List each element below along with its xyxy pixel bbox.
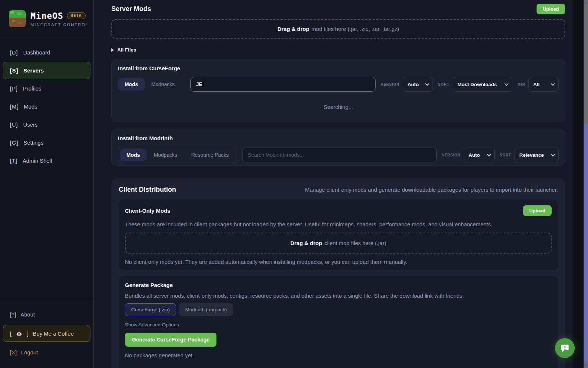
curseforge-version-select[interactable]: Auto (403, 77, 433, 92)
client-only-mods-title: Client-Only Mods (125, 208, 170, 214)
dropzone-bold-text: Drag & drop (277, 26, 309, 32)
nav-bracket: [?] (10, 311, 16, 318)
nav-bracket: [T] (10, 158, 18, 164)
modrinth-version-select[interactable]: Auto (464, 148, 495, 162)
generate-package-card: Generate Package Bundles all server mods… (119, 276, 558, 368)
curseforge-title: Install from CurseForge (118, 65, 559, 71)
nav-label: Mods (24, 103, 37, 110)
sidebar-item-mods[interactable]: [M] Mods (3, 98, 90, 115)
chevron-down-icon (551, 82, 555, 86)
nav-bracket: [G] (10, 139, 18, 146)
client-only-empty-state: No client-only mods yet. They are added … (125, 259, 552, 265)
dropzone-bold-text: Drag & drop (290, 240, 322, 246)
sort-label: SORT (438, 82, 449, 86)
nav-label: Profiles (23, 85, 41, 92)
main-content: Server Mods Upload Drag & drop mod files… (94, 0, 573, 368)
sidebar-item-buy-me-a-coffee[interactable]: [ ] Buy Me a Coffee (3, 325, 90, 342)
client-only-mods-card: Client-Only Mods Upload These mods are i… (119, 199, 558, 270)
all-files-toggle[interactable]: All Files (111, 47, 565, 53)
tab-curseforge-modpacks[interactable]: Modpacks (145, 78, 182, 91)
client-distribution-subtitle: Manage client-only mods and generate dow… (305, 187, 558, 193)
scroll-up-icon[interactable] (584, 1, 587, 4)
tab-curseforge-mods[interactable]: Mods (118, 78, 145, 91)
app-window: MineOS BETA MINECRAFT CONTROL [D] Dashbo… (0, 0, 588, 368)
tab-modrinth-resource-packs[interactable]: Resource Packs (184, 149, 235, 161)
modrinth-sort-select[interactable]: Relevance (514, 148, 559, 162)
nav-label: Servers (24, 67, 44, 74)
sidebar-nav: [D] Dashboard [S] Servers [P] Profiles [… (0, 37, 93, 169)
chat-icon (560, 343, 570, 353)
sidebar: MineOS BETA MINECRAFT CONTROL [D] Dashbo… (0, 0, 94, 368)
page-edge-band (573, 0, 584, 368)
nav-label: Logout (21, 349, 38, 355)
nav-bracket: [U] (10, 121, 18, 128)
scroll-down-icon[interactable] (584, 364, 587, 367)
curseforge-sort-select[interactable]: Most Downloads (453, 77, 512, 92)
client-upload-button[interactable]: Upload (523, 205, 552, 216)
chevron-down-icon (505, 82, 509, 86)
format-modrinth-button[interactable]: Modrinth (.mrpack) (179, 303, 233, 316)
tab-modrinth-mods[interactable]: Mods (120, 149, 147, 161)
caret-right-icon (111, 48, 114, 52)
curseforge-search-input[interactable]: JE (190, 77, 376, 92)
format-curseforge-button[interactable]: CurseForge (.zip) (125, 303, 176, 316)
select-value: Auto (408, 82, 419, 87)
sidebar-item-servers[interactable]: [S] Servers (3, 62, 90, 79)
chevron-down-icon (425, 82, 429, 86)
select-value: Auto (469, 152, 480, 158)
version-label: VERSION (381, 82, 399, 86)
scrollbar[interactable] (584, 0, 588, 368)
app-title: MineOS (31, 11, 63, 21)
nav-bracket: [P] (10, 85, 18, 92)
client-distribution-panel: Client Distribution Manage client-only m… (111, 178, 565, 368)
sidebar-item-dashboard[interactable]: [D] Dashboard (3, 44, 90, 61)
mod-dropzone[interactable]: Drag & drop mod files here (.jar, .zip, … (111, 19, 565, 39)
search-status: Searching... (118, 104, 559, 110)
generate-package-description: Bundles all server mods, client-only mod… (125, 293, 552, 299)
client-distribution-title: Client Distribution (119, 186, 176, 194)
app-subtitle: MINECRAFT CONTROL (31, 22, 89, 27)
packages-empty-state: No packages generated yet (125, 352, 552, 358)
curseforge-card: Install from CurseForge Mods Modpacks JE… (111, 59, 565, 122)
logo-block: MineOS BETA MINECRAFT CONTROL (0, 0, 93, 37)
modrinth-search-input[interactable] (242, 148, 437, 162)
text-cursor (203, 81, 204, 88)
modrinth-tab-group: Mods Modpacks Resource Packs (118, 147, 237, 163)
min-label: MIN (517, 82, 525, 86)
curseforge-min-select[interactable]: All (528, 77, 559, 92)
sidebar-item-logout[interactable]: [X] Logout (3, 344, 90, 361)
sidebar-item-settings[interactable]: [G] Settings (3, 134, 90, 151)
nav-bracket: [ (10, 330, 11, 337)
sidebar-item-users[interactable]: [U] Users (3, 116, 90, 133)
tab-modrinth-modpacks[interactable]: Modpacks (147, 149, 184, 161)
generate-package-title: Generate Package (125, 282, 552, 288)
nav-bracket: ] (27, 330, 28, 337)
chevron-down-icon (551, 152, 555, 156)
sort-label: SORT (500, 153, 511, 157)
nav-label: About (21, 311, 35, 318)
feedback-fab-button[interactable] (555, 338, 575, 358)
client-only-description: These mods are included in client packag… (125, 221, 552, 227)
sidebar-item-admin-shell[interactable]: [T] Admin Shell (3, 152, 90, 169)
nav-label: Admin Shell (23, 158, 52, 164)
beta-badge: BETA (67, 12, 85, 19)
scrollbar-thumb[interactable] (584, 123, 588, 362)
dropzone-text: client mod files here (.jar) (325, 240, 386, 246)
select-value: Relevance (519, 152, 544, 158)
sidebar-footer: [?] About [ ] Buy Me a Coffee [X] (0, 300, 93, 368)
select-value: All (533, 82, 539, 87)
client-mod-dropzone[interactable]: Drag & drop client mod files here (.jar) (125, 233, 552, 254)
nav-label: Users (23, 121, 37, 128)
all-files-label: All Files (117, 47, 136, 53)
search-value: JE (196, 81, 202, 87)
show-advanced-options-link[interactable]: Show Advanced Options (125, 322, 179, 328)
nav-bracket: [M] (10, 103, 19, 110)
upload-button[interactable]: Upload (537, 4, 565, 14)
dropzone-text: mod files here (.jar, .zip, .tar, .tar.g… (312, 26, 399, 32)
sidebar-item-about[interactable]: [?] About (3, 306, 90, 323)
generate-package-button[interactable]: Generate CurseForge Package (125, 333, 216, 347)
sidebar-item-profiles[interactable]: [P] Profiles (3, 80, 90, 97)
grass-block-logo-icon (9, 10, 26, 27)
nav-label: Dashboard (23, 49, 50, 56)
page-title: Server Mods (111, 5, 151, 13)
